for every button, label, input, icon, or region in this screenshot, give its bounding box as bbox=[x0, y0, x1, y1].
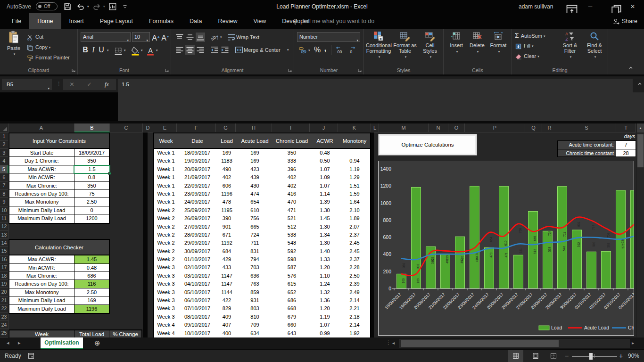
cell[interactable]: 794 bbox=[237, 255, 273, 263]
cell[interactable]: Week 2 bbox=[154, 231, 178, 239]
cell[interactable]: 576 bbox=[273, 272, 311, 280]
cell[interactable]: 829 bbox=[217, 304, 237, 313]
cell[interactable]: 2.37 bbox=[339, 255, 370, 263]
cell[interactable]: 1.19 bbox=[339, 165, 370, 173]
cell[interactable]: 1.30 bbox=[311, 206, 339, 214]
cell[interactable]: 803 bbox=[237, 304, 273, 313]
cell[interactable]: 08/10/2017 bbox=[178, 313, 217, 321]
align-bottom-icon[interactable] bbox=[196, 33, 205, 42]
column-header-L[interactable]: L bbox=[371, 123, 379, 132]
cell[interactable]: 1147 bbox=[217, 272, 237, 280]
cell[interactable]: 1.07 bbox=[311, 165, 339, 173]
tell-me-box[interactable]: Tell me what you want to do bbox=[291, 13, 374, 29]
cell[interactable]: 478 bbox=[217, 198, 237, 206]
table-row[interactable]: Week 227/09/20179016655121.302.07 bbox=[154, 223, 370, 231]
cell[interactable]: 338 bbox=[273, 157, 311, 165]
cell[interactable]: 901 bbox=[217, 223, 237, 231]
cell[interactable]: 1.20 bbox=[311, 263, 339, 272]
row-value[interactable]: 686 bbox=[74, 272, 109, 280]
cell[interactable]: 679 bbox=[273, 313, 311, 321]
table-row[interactable]: Week 201/10/20174297945981.332.37 bbox=[154, 255, 370, 263]
cell[interactable]: 430 bbox=[237, 182, 273, 190]
zoom-level[interactable]: 90% bbox=[628, 353, 639, 359]
row-header-2[interactable]: 2 bbox=[0, 140, 8, 148]
tab-data[interactable]: Data bbox=[182, 13, 210, 29]
dropdown-caret-icon[interactable]: ▾ bbox=[220, 35, 222, 39]
table-row[interactable]: Week 308/10/20174098106791.192.18 bbox=[154, 313, 370, 321]
scroll-right-icon[interactable]: ▸ bbox=[632, 340, 634, 346]
cell[interactable]: 660 bbox=[273, 321, 311, 329]
table-row[interactable]: Week 228/09/20176717245381.342.37 bbox=[154, 231, 370, 239]
column-header-G[interactable]: G bbox=[216, 123, 236, 132]
cell[interactable]: 169 bbox=[217, 149, 237, 157]
cell[interactable]: 709 bbox=[237, 321, 273, 329]
cell[interactable]: 23/09/2017 bbox=[178, 190, 217, 198]
cell[interactable]: 26/09/2017 bbox=[178, 214, 217, 222]
cell[interactable]: 1.34 bbox=[311, 231, 339, 239]
table-row[interactable]: Week 123/09/201711964744161.141.59 bbox=[154, 190, 370, 198]
cell[interactable]: 470 bbox=[273, 198, 311, 206]
row-value[interactable]: 75 bbox=[74, 190, 109, 197]
column-header-I[interactable]: I bbox=[272, 123, 310, 132]
table-row[interactable]: Minimum Daily Load169 bbox=[9, 296, 109, 304]
row-header-5[interactable]: 5 bbox=[0, 165, 8, 173]
cell[interactable]: Week 2 bbox=[154, 255, 178, 263]
table-row[interactable]: Max Monotony2.50 bbox=[9, 288, 109, 296]
column-header-F[interactable]: F bbox=[177, 123, 216, 132]
row-header-7[interactable]: 7 bbox=[0, 181, 8, 189]
column-header-N[interactable]: N bbox=[429, 123, 448, 132]
zoom-slider-track[interactable] bbox=[572, 356, 617, 357]
cell[interactable]: Week 1 bbox=[154, 149, 178, 157]
cell[interactable]: Week 3 bbox=[154, 313, 178, 321]
cell[interactable]: 423 bbox=[237, 165, 273, 173]
cell[interactable]: 390 bbox=[217, 214, 237, 222]
cell[interactable]: 402 bbox=[217, 173, 237, 181]
decrease-indent-icon[interactable] bbox=[210, 45, 219, 55]
cell[interactable]: 2.14 bbox=[339, 321, 370, 329]
cell[interactable]: 18/09/2017 bbox=[178, 149, 217, 157]
cell[interactable]: Week 1 bbox=[154, 157, 178, 165]
table-row[interactable]: Week 304/10/201711477636151.242.39 bbox=[154, 280, 370, 288]
cell[interactable] bbox=[339, 149, 370, 157]
normal-view-button[interactable] bbox=[508, 350, 523, 362]
font-family-combo[interactable]: Arial▾ bbox=[81, 32, 131, 42]
cell[interactable]: Week 1 bbox=[154, 182, 178, 190]
table-row[interactable]: Week 124/09/20174786544701.391.64 bbox=[154, 198, 370, 206]
column-header-C[interactable]: C bbox=[110, 123, 143, 132]
table-row[interactable]: Week 121/09/20174024394021.091.29 bbox=[154, 173, 370, 181]
cell[interactable]: 1.30 bbox=[311, 239, 339, 247]
table-row[interactable]: Max ACWR:1.45 bbox=[9, 255, 109, 263]
row-value[interactable]: 1196 bbox=[74, 305, 109, 313]
cell[interactable]: Week 2 bbox=[154, 239, 178, 247]
cell[interactable]: 810 bbox=[237, 313, 273, 321]
zoom-in-button[interactable]: + bbox=[619, 352, 623, 360]
table-row[interactable]: Min ACWR:0.48 bbox=[9, 264, 109, 272]
dialog-launcher-icon[interactable] bbox=[71, 68, 76, 73]
row-value[interactable]: 0.48 bbox=[74, 264, 109, 272]
cell[interactable]: 615 bbox=[273, 280, 311, 288]
cell[interactable]: 512 bbox=[273, 223, 311, 231]
tab-insert[interactable]: Insert bbox=[61, 13, 92, 29]
cell[interactable]: 490 bbox=[217, 165, 237, 173]
cell[interactable]: 1147 bbox=[217, 280, 237, 288]
cell[interactable]: 711 bbox=[237, 239, 273, 247]
cell[interactable]: 1183 bbox=[217, 157, 237, 165]
cell[interactable]: 10/10/2017 bbox=[178, 329, 217, 337]
cell[interactable]: 665 bbox=[237, 223, 273, 231]
cell[interactable]: 400 bbox=[217, 329, 237, 337]
cut-button[interactable]: Cut bbox=[26, 32, 70, 42]
table-row[interactable]: Readiness on Day 100:116 bbox=[9, 280, 109, 288]
cell[interactable]: 1.14 bbox=[311, 190, 339, 198]
cell[interactable]: 763 bbox=[237, 280, 273, 288]
row-header-21[interactable]: 21 bbox=[0, 296, 8, 304]
table-row[interactable]: Week 225/09/201711956104711.302.10 bbox=[154, 206, 370, 214]
cell[interactable]: 439 bbox=[237, 173, 273, 181]
cell[interactable]: 1196 bbox=[217, 190, 237, 198]
cell[interactable]: 1.09 bbox=[311, 173, 339, 181]
row-value[interactable]: 18/09/2017 bbox=[74, 149, 109, 156]
row-header-25[interactable]: 25 bbox=[0, 329, 8, 337]
cell[interactable]: 1.36 bbox=[311, 296, 339, 304]
table-row[interactable]: Day 1 Chronic:350 bbox=[9, 157, 109, 165]
cell[interactable]: 1.64 bbox=[339, 198, 370, 206]
row-value[interactable]: 2.50 bbox=[74, 288, 109, 296]
